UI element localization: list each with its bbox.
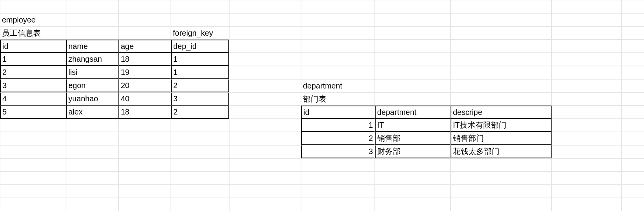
- grid-cell[interactable]: [118, 26, 171, 40]
- grid-cell[interactable]: [229, 66, 301, 79]
- grid-cell[interactable]: [375, 0, 451, 13]
- department-cell[interactable]: 3: [301, 145, 375, 158]
- grid-cell[interactable]: [451, 198, 552, 211]
- grid-cell[interactable]: [171, 172, 229, 185]
- grid-cell[interactable]: [66, 119, 118, 132]
- employee-cell[interactable]: lisi: [66, 66, 118, 79]
- grid-cell[interactable]: [552, 0, 621, 13]
- employee-cell[interactable]: yuanhao: [66, 92, 118, 106]
- grid-cell[interactable]: [229, 53, 301, 66]
- department-cell[interactable]: 销售部: [375, 132, 451, 145]
- department-cell[interactable]: IT技术有限部门: [451, 119, 552, 132]
- department-cell[interactable]: 2: [301, 132, 375, 145]
- grid-cell[interactable]: [0, 185, 66, 198]
- grid-cell[interactable]: [451, 26, 552, 40]
- grid-cell[interactable]: [0, 158, 66, 172]
- grid-cell[interactable]: [552, 145, 621, 158]
- grid-cell[interactable]: [0, 172, 66, 185]
- grid-cell[interactable]: [118, 158, 171, 172]
- grid-cell[interactable]: [229, 158, 301, 172]
- grid-cell[interactable]: [552, 26, 621, 40]
- grid-cell[interactable]: [171, 185, 229, 198]
- grid-cell[interactable]: [375, 40, 451, 53]
- grid-cell[interactable]: [451, 172, 552, 185]
- grid-cell[interactable]: [301, 172, 375, 185]
- grid-cell[interactable]: [451, 40, 552, 53]
- grid-cell[interactable]: [66, 13, 118, 26]
- grid-cell[interactable]: [66, 158, 118, 172]
- grid-cell[interactable]: [621, 66, 644, 79]
- employee-cell[interactable]: alex: [66, 106, 118, 119]
- grid-cell[interactable]: [621, 158, 644, 172]
- grid-cell[interactable]: [621, 53, 644, 66]
- grid-cell[interactable]: [118, 0, 171, 13]
- department-title[interactable]: department: [301, 79, 375, 92]
- grid-cell[interactable]: [0, 198, 66, 211]
- grid-cell[interactable]: [66, 185, 118, 198]
- grid-cell[interactable]: [118, 185, 171, 198]
- grid-cell[interactable]: [552, 13, 621, 26]
- grid-cell[interactable]: [229, 145, 301, 158]
- department-cell[interactable]: 财务部: [375, 145, 451, 158]
- grid-cell[interactable]: [552, 79, 621, 92]
- grid-cell[interactable]: [621, 13, 644, 26]
- grid-cell[interactable]: [118, 13, 171, 26]
- grid-cell[interactable]: [621, 92, 644, 106]
- employee-header-name[interactable]: name: [66, 40, 118, 53]
- grid-cell[interactable]: [301, 185, 375, 198]
- department-cell[interactable]: 销售部门: [451, 132, 552, 145]
- grid-cell[interactable]: [171, 119, 229, 132]
- grid-cell[interactable]: [229, 26, 301, 40]
- grid-cell[interactable]: [66, 26, 118, 40]
- grid-cell[interactable]: [301, 0, 375, 13]
- grid-cell[interactable]: [375, 185, 451, 198]
- grid-cell[interactable]: [375, 13, 451, 26]
- employee-cell[interactable]: 2: [171, 79, 229, 92]
- grid-cell[interactable]: [621, 26, 644, 40]
- employee-header-depid[interactable]: dep_id: [171, 40, 229, 53]
- grid-cell[interactable]: [118, 132, 171, 145]
- employee-cell[interactable]: egon: [66, 79, 118, 92]
- grid-cell[interactable]: [621, 145, 644, 158]
- grid-cell[interactable]: [118, 119, 171, 132]
- grid-cell[interactable]: [171, 158, 229, 172]
- employee-cell[interactable]: 40: [118, 92, 171, 106]
- grid-cell[interactable]: [171, 145, 229, 158]
- employee-cell[interactable]: 1: [171, 53, 229, 66]
- employee-header-id[interactable]: id: [0, 40, 66, 53]
- grid-cell[interactable]: [451, 0, 552, 13]
- grid-cell[interactable]: [552, 106, 621, 119]
- grid-cell[interactable]: [552, 53, 621, 66]
- department-header-id[interactable]: id: [301, 106, 375, 119]
- department-cell[interactable]: 花钱太多部门: [451, 145, 552, 158]
- grid-cell[interactable]: [171, 0, 229, 13]
- grid-cell[interactable]: [375, 53, 451, 66]
- grid-cell[interactable]: [375, 92, 451, 106]
- grid-cell[interactable]: [171, 13, 229, 26]
- employee-cell[interactable]: 1: [0, 53, 66, 66]
- employee-cell[interactable]: 3: [0, 79, 66, 92]
- department-cell[interactable]: IT: [375, 119, 451, 132]
- grid-cell[interactable]: [621, 40, 644, 53]
- grid-cell[interactable]: [0, 119, 66, 132]
- grid-cell[interactable]: [552, 119, 621, 132]
- grid-cell[interactable]: [451, 13, 552, 26]
- grid-cell[interactable]: [229, 13, 301, 26]
- employee-cell[interactable]: 3: [171, 92, 229, 106]
- grid-cell[interactable]: [552, 40, 621, 53]
- grid-cell[interactable]: [552, 158, 621, 172]
- grid-cell[interactable]: [229, 92, 301, 106]
- grid-cell[interactable]: [552, 185, 621, 198]
- grid-cell[interactable]: [621, 132, 644, 145]
- department-cell[interactable]: 1: [301, 119, 375, 132]
- grid-cell[interactable]: [621, 185, 644, 198]
- grid-cell[interactable]: [621, 0, 644, 13]
- grid-cell[interactable]: [552, 198, 621, 211]
- employee-cell[interactable]: 18: [118, 53, 171, 66]
- grid-cell[interactable]: [66, 145, 118, 158]
- grid-cell[interactable]: [118, 145, 171, 158]
- employee-header-age[interactable]: age: [118, 40, 171, 53]
- grid-cell[interactable]: [229, 185, 301, 198]
- grid-cell[interactable]: [301, 158, 375, 172]
- grid-cell[interactable]: [66, 198, 118, 211]
